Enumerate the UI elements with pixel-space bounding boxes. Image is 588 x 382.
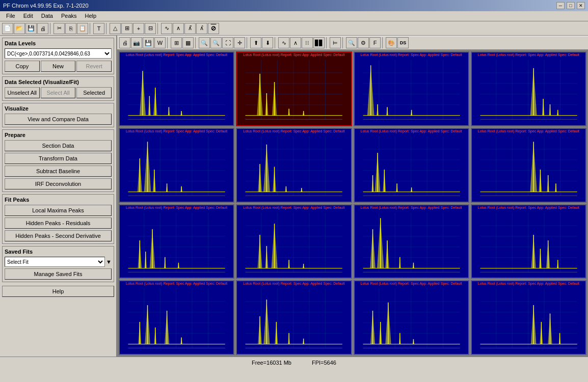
svg-rect-106: [240, 129, 347, 202]
chart-svg: [472, 52, 585, 125]
view-compare-button[interactable]: View and Compare Data: [5, 114, 112, 125]
unselect-all-button[interactable]: Unselect All: [5, 87, 40, 98]
prepare-label: Prepare: [5, 132, 112, 138]
draw-icon[interactable]: △: [110, 23, 121, 34]
save-icon[interactable]: 💾: [25, 23, 37, 34]
new-button[interactable]: New: [41, 61, 76, 72]
chart-cell[interactable]: Lotus Root (Lotus root) Report: Spec App…: [471, 51, 586, 126]
wave3-icon[interactable]: ∧̃: [184, 23, 196, 34]
remove-point-icon[interactable]: ⊟: [145, 23, 156, 34]
bar-icon[interactable]: ▊▊: [313, 37, 325, 48]
paste-icon[interactable]: 📋: [77, 23, 88, 34]
chart-svg: [355, 129, 468, 202]
wave1-icon[interactable]: ∿: [161, 23, 172, 34]
window-controls[interactable]: ─ □ ✕: [556, 2, 585, 9]
revert-button[interactable]: Revert: [76, 61, 112, 72]
chart-cell[interactable]: Lotus Root (Lotus root) Report: Spec App…: [354, 128, 469, 203]
data-levels-label: Data Levels: [5, 40, 112, 46]
color-wheel-icon[interactable]: 🎨: [386, 37, 397, 48]
down-icon[interactable]: ⬇: [262, 37, 273, 48]
main-area: Data Levels DC(<ge>,0.0073714,0.0429846,…: [0, 36, 588, 357]
grid-icon[interactable]: ⊞: [121, 23, 132, 34]
table2-icon[interactable]: ▦: [182, 37, 194, 48]
chart-cell[interactable]: Lotus Root (Lotus root) Report: Spec App…: [354, 280, 469, 355]
selected-button[interactable]: Selected: [76, 87, 112, 98]
help-button[interactable]: Help: [2, 286, 114, 297]
transform-data-button[interactable]: Transform Data: [5, 153, 112, 164]
svg-rect-322: [475, 281, 582, 354]
ds-icon[interactable]: DS: [397, 37, 409, 48]
chart-cell[interactable]: Lotus Root (Lotus root) Report: Spec App…: [354, 51, 469, 126]
status-bar: Free=16031 Mb FPI=5646: [0, 357, 588, 368]
move-icon[interactable]: ✛: [234, 37, 245, 48]
chart-cell[interactable]: Lotus Root (Lotus root) Report: Spec App…: [119, 51, 234, 126]
data-levels-select[interactable]: DC(<ge>,0.0073714,0.0429846,0.63: [5, 48, 112, 59]
screenshot-icon[interactable]: 📷: [131, 37, 142, 48]
chart-svg: [120, 205, 233, 278]
chart-cell[interactable]: Lotus Root (Lotus root) Report: Spec App…: [471, 204, 586, 279]
chart-cell[interactable]: Lotus Root (Lotus root) Report: Spec App…: [236, 280, 352, 355]
left-panel: Data Levels DC(<ge>,0.0073714,0.0429846,…: [0, 36, 117, 357]
chart-svg: [120, 52, 233, 125]
tool2-icon[interactable]: F: [369, 37, 381, 48]
new-file-icon[interactable]: 📄: [2, 23, 13, 34]
select-all-button[interactable]: Select All: [41, 87, 76, 98]
chart-cell[interactable]: Lotus Root (Lotus root) Report: Spec App…: [471, 128, 586, 203]
zoom-in-icon[interactable]: 🔍: [199, 37, 210, 48]
chart-cell[interactable]: Lotus Root (Lotus root) Report: Spec App…: [236, 128, 352, 203]
chart-cell[interactable]: Lotus Root (Lotus root) Report: Spec App…: [236, 204, 352, 279]
label-icon[interactable]: ⊨: [330, 37, 341, 48]
open-icon[interactable]: 📂: [14, 23, 25, 34]
chart-cell[interactable]: Lotus Root (Lotus root) Report: Spec App…: [119, 128, 234, 203]
select-fit-dropdown[interactable]: Select Fit: [5, 257, 105, 267]
chart-cell[interactable]: Lotus Root (Lotus root) Report: Spec App…: [471, 280, 586, 355]
wave-a-icon[interactable]: ∿: [278, 37, 289, 48]
copy-icon[interactable]: ⎘: [65, 23, 76, 34]
manage-saved-fits-button[interactable]: Manage Saved Fits: [5, 268, 112, 280]
zoom-out-icon[interactable]: 🔍: [210, 37, 222, 48]
menu-help[interactable]: Help: [81, 12, 101, 20]
hidden-second-button[interactable]: Hidden Peaks - Second Derivative: [5, 230, 112, 241]
chart-cell[interactable]: Lotus Root (Lotus root) Report: Spec App…: [119, 204, 234, 279]
wave2-icon[interactable]: ∧: [173, 23, 184, 34]
filter-icon[interactable]: ⊘: [208, 23, 219, 34]
save2-icon[interactable]: 💾: [143, 37, 154, 48]
maximize-button[interactable]: □: [567, 2, 575, 9]
local-maxima-button[interactable]: Local Maxima Peaks: [5, 205, 112, 216]
svg-rect-0: [123, 52, 230, 125]
wave4-icon[interactable]: ∧̂: [196, 23, 207, 34]
menu-peaks[interactable]: Peaks: [57, 12, 81, 20]
chart-cell[interactable]: Lotus Root (Lotus root) Report: Spec App…: [354, 204, 469, 279]
irf-deconvolution-button[interactable]: IRF Deconvolution: [5, 178, 112, 189]
wave-b-icon[interactable]: ∧: [290, 37, 301, 48]
section-data-button[interactable]: Section Data: [5, 140, 112, 151]
chart-svg: [355, 205, 468, 278]
text-icon[interactable]: T: [93, 23, 104, 34]
hidden-residuals-button[interactable]: Hidden Peaks - Residuals: [5, 217, 112, 229]
fpi: FPI=5646: [312, 360, 336, 366]
table-icon[interactable]: ⊞: [171, 37, 182, 48]
minimize-button[interactable]: ─: [556, 2, 565, 9]
search-icon[interactable]: 🔍: [346, 37, 357, 48]
title-bar: PF Chrom v4.99.95 Exp. 7-1-2020 ─ □ ✕: [0, 0, 588, 11]
zoom-fit-icon[interactable]: ⛶: [222, 37, 233, 48]
subtract-baseline-button[interactable]: Subtract Baseline: [5, 166, 112, 177]
print-icon[interactable]: 🖨: [37, 23, 48, 34]
menu-edit[interactable]: Edit: [19, 12, 37, 20]
menu-data[interactable]: Data: [37, 12, 57, 20]
scatter-icon[interactable]: ⁝⁝: [302, 37, 313, 48]
up-icon[interactable]: ⬆: [250, 37, 261, 48]
chart-cell[interactable]: Lotus Root (Lotus root) Report: Spec App…: [236, 51, 352, 126]
data-selected-label: Data Selected (Visualize/Fit): [5, 79, 112, 85]
word-icon[interactable]: W: [154, 37, 166, 48]
tool1-icon[interactable]: ⚙: [358, 37, 369, 48]
close-button[interactable]: ✕: [577, 2, 585, 9]
chart-cell[interactable]: Lotus Root (Lotus root) Report: Spec App…: [119, 280, 234, 355]
cut-icon[interactable]: ✂: [54, 23, 65, 34]
add-point-icon[interactable]: +: [133, 23, 144, 34]
menu-file[interactable]: File: [2, 12, 19, 20]
copy-button[interactable]: Copy: [5, 61, 40, 72]
chart-svg: [237, 281, 351, 354]
print2-icon[interactable]: 🖨: [119, 37, 130, 48]
chart-svg: [237, 52, 351, 125]
